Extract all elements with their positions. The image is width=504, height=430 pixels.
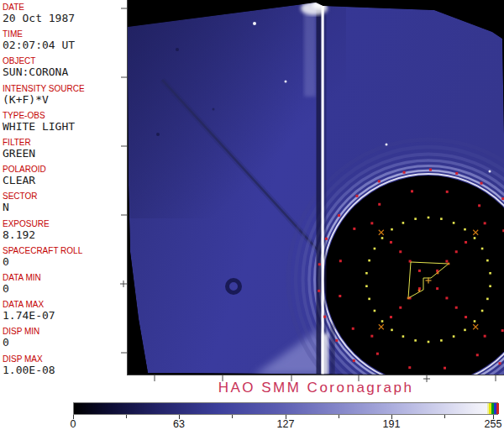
middle-red-ring-dot [353,228,355,230]
metadata-value: 1.74E-07 [3,309,127,322]
ray-dot [370,222,373,224]
metadata-label: OBJECT [3,56,127,66]
yellow-ring-dot [402,222,405,224]
metadata-field: DISP MAX1.00E-08 [3,354,127,376]
yellow-ring-dot [365,272,368,275]
yellow-ring-dot [374,310,376,312]
middle-red-ring-dot [476,354,479,356]
image-canvas[interactable] [128,0,504,375]
outer-red-ring-dot [355,195,358,197]
yellow-ring-dot [414,218,417,220]
middle-red-ring-dot [339,260,342,262]
metadata-field: INTENSITY SOURCE(K+F)*V [3,84,127,106]
middle-red-ring-dot [478,204,480,207]
ray-dot [484,335,486,338]
outer-red-ring-dot [338,214,340,217]
metadata-field: OBJECTSUN:CORONA [3,56,127,78]
metadata-label: DISP MIN [3,327,127,336]
colorbar-minor-tick [339,415,339,418]
polygon-vertex-dot [418,290,421,292]
image-title: HAO SMM Coronagraph [128,380,504,396]
yellow-ring-dot [481,310,484,312]
metadata-field: DISP MIN0 [3,327,127,349]
metadata-label: TIME [3,29,127,39]
metadata-label: DISP MAX [3,354,127,364]
outer-red-ring-dot [318,263,321,265]
ray-dot [436,287,438,290]
polygon-vertex-dot [437,272,439,275]
ray-dot [445,296,448,299]
yellow-ring-dot [440,339,443,342]
metadata-value: SUN:CORONA [3,66,127,78]
metadata-field: POLAROIDCLEAR [3,165,127,186]
metadata-value: CLEAR [3,174,127,186]
metadata-value: N [3,201,127,213]
yellow-ring-dot [489,272,491,275]
outer-red-ring-dot [325,238,328,240]
metadata-value: 0 [3,255,127,268]
yellow-ring-dot [453,335,455,338]
metadata-label: DATE [3,3,127,12]
colorbar-tick-label: 255 [476,418,504,430]
yellow-ring-dot [402,335,405,338]
yellow-ring-dot [381,320,384,322]
outer-red-ring-dot [429,169,432,171]
metadata-field: FILTERGREEN [3,138,127,160]
colorbar-tick-label: 0 [56,418,90,430]
colorbar-tick-label: 63 [162,418,196,430]
metadata-field: DATA MIN0 [3,273,127,295]
ray-dot [399,250,402,253]
ray-dot [465,316,467,318]
metadata-label: POLAROID [3,165,127,174]
yellow-ring-dot [428,341,430,343]
metadata-value: 20 Oct 1987 [3,12,127,24]
middle-red-ring-dot [411,190,413,192]
metadata-label: INTENSITY SOURCE [3,84,127,93]
ray-dot [370,335,373,338]
metadata-label: EXPOSURE [3,219,127,228]
yellow-ring-dot [489,285,491,287]
metadata-label: FILTER [3,138,127,147]
ray-dot [418,287,421,290]
outer-red-ring-dot [455,172,458,175]
ray-dot [465,241,467,244]
colorbar-minor-tick [232,415,233,418]
ray-dot [455,250,458,253]
metadata-label: SPACECRAFT ROLL [3,246,127,255]
middle-red-ring-dot [408,366,411,369]
outer-red-ring-dot [480,182,483,185]
metadata-field: DATA MAX1.74E-07 [3,300,127,322]
colorbar-tick-label: 191 [375,418,408,430]
metadata-value: 0 [3,282,127,295]
outer-red-ring-dot [353,359,355,362]
metadata-label: TYPE-OBS [3,111,127,120]
coronagraph-image [128,0,504,375]
ray-dot [390,316,392,318]
yellow-ring-dot [486,298,489,301]
yellow-ring-dot [464,329,466,332]
outer-red-ring-dot [323,316,326,318]
metadata-label: DATA MIN [3,273,127,282]
metadata-field: SECTORN [3,191,127,213]
ray-dot [445,260,448,263]
colorbar-minor-tick [126,415,127,418]
outer-red-ring-dot [374,375,376,375]
metadata-value: GREEN [3,147,127,160]
colorbar-tick-label: 127 [269,418,302,430]
outer-red-ring-dot [318,290,320,292]
yellow-ring-dot [368,260,370,262]
metadata-value: WHITE LIGHT [3,120,127,133]
colorbar [73,402,498,415]
metadata-field: TYPE-OBSWHITE LIGHT [3,111,127,133]
colorbar-gradient [74,403,497,414]
yellow-ring-dot [486,260,489,262]
metadata-value: 0 [3,336,127,349]
outer-red-ring-dot [378,180,381,182]
middle-red-ring-dot [378,203,381,206]
metadata-field: TIME02:07:04 UT [3,29,127,51]
yellow-ring-dot [414,339,417,342]
yellow-ring-dot [453,222,455,224]
yellow-ring-dot [464,228,466,231]
middle-red-ring-dot [339,295,341,297]
outer-red-ring-dot [335,339,338,342]
